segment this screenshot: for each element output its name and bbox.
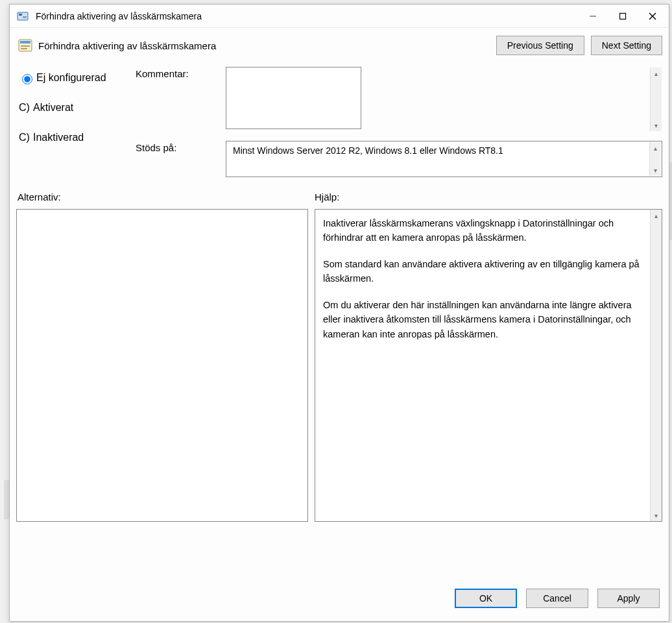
help-paragraph: Inaktiverar låsskärmskamerans växlingskn… xyxy=(323,216,645,245)
help-paragraph: Som standard kan användare aktivera akti… xyxy=(323,257,645,286)
comment-label: Kommentar: xyxy=(136,67,223,132)
help-panel: Inaktiverar låsskärmskamerans växlingskn… xyxy=(315,209,662,522)
scroll-up-icon: ▴ xyxy=(651,67,662,79)
help-label: Hjälp: xyxy=(312,191,339,202)
svg-rect-10 xyxy=(21,48,27,49)
help-scrollbar[interactable]: ▴ ▾ xyxy=(650,210,662,521)
radio-not-configured-input[interactable] xyxy=(22,74,32,84)
options-panel xyxy=(16,209,308,522)
header-row: Förhindra aktivering av låsskärmskamera … xyxy=(18,36,662,55)
radio-disabled[interactable]: C) Inaktiverad xyxy=(19,127,133,149)
next-setting-button[interactable]: Next Setting xyxy=(591,36,662,55)
minimize-button[interactable] xyxy=(578,5,608,27)
window-controls xyxy=(578,5,667,27)
radio-not-configured-label: Ej konfigurerad xyxy=(36,72,106,84)
scroll-up-icon: ▴ xyxy=(651,210,662,221)
supported-on-box: Minst Windows Server 2012 R2, Windows 8.… xyxy=(226,141,662,177)
policy-title: Förhindra aktivering av låsskärmskamera xyxy=(38,40,490,51)
maximize-button[interactable] xyxy=(608,5,638,27)
radio-disabled-label: Inaktiverad xyxy=(33,132,84,143)
comment-textarea[interactable] xyxy=(226,67,361,129)
help-paragraph: Om du aktiverar den här inställningen ka… xyxy=(323,298,645,341)
svg-rect-9 xyxy=(21,45,30,47)
svg-rect-1 xyxy=(19,14,22,16)
dialog-footer: OK Cancel Apply xyxy=(16,582,662,615)
scroll-up-icon: ▴ xyxy=(650,142,661,154)
policy-icon xyxy=(18,38,33,53)
scroll-down-icon: ▾ xyxy=(650,164,661,176)
comment-scrollbar[interactable]: ▴ ▾ xyxy=(650,67,662,131)
dialog-window: Förhindra aktivering av låsskärmskamera … xyxy=(9,4,669,622)
svg-rect-8 xyxy=(20,41,30,43)
options-label: Alternativ: xyxy=(16,191,312,202)
supported-label: Stöds på: xyxy=(136,141,223,177)
previous-setting-button[interactable]: Previous Setting xyxy=(496,36,584,55)
radio-enabled-label: Aktiverat xyxy=(33,102,73,114)
radio-not-configured[interactable]: Ej konfigurerad xyxy=(19,67,133,89)
app-icon xyxy=(16,10,29,23)
close-button[interactable] xyxy=(638,5,667,27)
radio-enabled[interactable]: C) Aktiverat xyxy=(19,97,133,119)
apply-button[interactable]: Apply xyxy=(597,589,660,608)
ok-button[interactable]: OK xyxy=(455,589,517,608)
scroll-down-icon: ▾ xyxy=(651,119,662,131)
svg-rect-2 xyxy=(23,16,27,18)
titlebar: Förhindra aktivering av låsskärmskamera xyxy=(10,5,669,28)
scroll-down-icon: ▾ xyxy=(651,509,662,521)
supported-scrollbar[interactable]: ▴ ▾ xyxy=(649,142,661,176)
svg-rect-4 xyxy=(620,13,626,19)
cancel-button[interactable]: Cancel xyxy=(526,589,588,608)
state-radio-group: Ej konfigurerad C) Aktiverat C) Inaktive… xyxy=(16,67,133,177)
supported-on-text: Minst Windows Server 2012 R2, Windows 8.… xyxy=(233,145,503,156)
window-title: Förhindra aktivering av låsskärmskamera xyxy=(36,11,578,21)
